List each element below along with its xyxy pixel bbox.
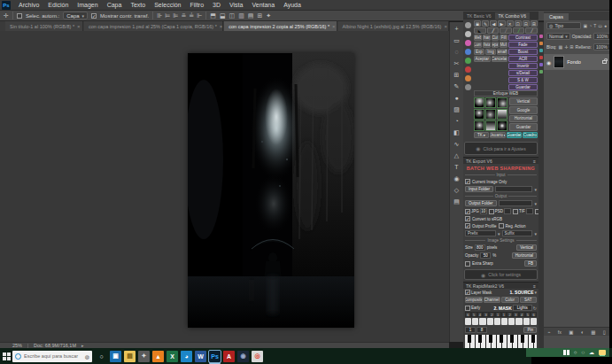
tk-module-icon[interactable] <box>465 49 471 55</box>
tk-module-icon[interactable] <box>465 84 471 90</box>
mask-strength-button[interactable]: 1 <box>495 312 501 317</box>
taskbar-app-icon[interactable]: ◉ <box>237 351 249 362</box>
option-icon[interactable]: ✦ <box>266 12 271 19</box>
windows-tray-icon[interactable] <box>563 350 569 356</box>
menu-item[interactable]: Imagen <box>73 0 102 11</box>
align-icon[interactable]: ≞ <box>181 12 186 19</box>
mask-thumbnail[interactable] <box>497 120 507 131</box>
tk-action-button[interactable]: Sharp <box>483 35 491 41</box>
tk-action-button[interactable]: Aceptar <box>474 56 491 62</box>
tk-adjust-button[interactable]: Invertir <box>508 63 538 69</box>
option-icon[interactable]: ⬓ <box>220 12 226 19</box>
tk-icon-button[interactable]: ▣ <box>474 20 481 27</box>
zone-value-2[interactable]: 8 <box>476 327 487 333</box>
close-icon[interactable]: × <box>77 24 81 29</box>
menu-item[interactable]: Texto <box>126 0 150 11</box>
chevron-down-icon[interactable]: ▾ <box>498 231 500 236</box>
layer-name[interactable]: Fondo <box>567 59 581 65</box>
zone-key[interactable] <box>494 318 500 325</box>
collapsed-panel-icon[interactable] <box>539 35 543 38</box>
tk-module-icon[interactable] <box>465 75 471 81</box>
tk-action-button[interactable]: Repair <box>492 42 500 48</box>
mask-thumbnail[interactable] <box>474 97 484 108</box>
option-icon[interactable]: ⊞ <box>257 12 262 19</box>
tk-side-button[interactable]: Horizontal <box>509 115 538 123</box>
mask-thumbnail[interactable] <box>485 109 496 120</box>
menu-item[interactable]: Selección <box>150 0 185 11</box>
brush-icon-button[interactable]: ╱ <box>525 27 538 34</box>
menu-item[interactable]: 3D <box>208 0 225 11</box>
luminosity-piano-keys[interactable] <box>465 335 537 349</box>
tk-adjust-button[interactable]: Guardar <box>508 84 538 90</box>
collapsed-panel-icon[interactable] <box>539 56 543 59</box>
input-folder-field[interactable] <box>495 186 532 192</box>
tk-action-button[interactable]: Fill <box>500 35 507 41</box>
filter-icon[interactable]: ▭ <box>598 23 602 28</box>
tk-footer-button[interactable]: Usuario ▸ <box>490 132 505 138</box>
source-button[interactable]: Color <box>501 297 519 303</box>
tk-icon-button[interactable]: ◀ <box>490 20 497 27</box>
mask-strength-button[interactable]: 2 <box>507 312 513 317</box>
chevron-down-icon[interactable]: ▾ <box>534 290 537 295</box>
brush-icon-button[interactable]: ╱ <box>513 27 525 34</box>
document-tab[interactable]: Albino Night 1 (exhibit).jpg al 12,5% (R… <box>338 21 449 31</box>
tk-action-button[interactable]: Lum <box>474 42 482 48</box>
layers-action-icon[interactable]: ◐ <box>581 329 584 335</box>
early-checkbox[interactable] <box>465 306 470 311</box>
current-image-checkbox[interactable] <box>465 179 470 184</box>
layers-action-icon[interactable]: ▯ <box>603 329 606 335</box>
output-folder-field[interactable] <box>499 200 533 206</box>
close-icon[interactable]: × <box>444 24 447 29</box>
format-checkbox[interactable] <box>513 209 518 214</box>
tool-button[interactable]: ◔ <box>452 116 462 126</box>
output-profile-checkbox[interactable] <box>465 223 470 228</box>
zone-key[interactable] <box>531 318 537 325</box>
export-panel-tab[interactable]: TK Export V6 ≡ <box>463 157 538 164</box>
align-icon[interactable]: ⊪ <box>157 12 162 19</box>
tk-module-icon[interactable] <box>465 31 471 37</box>
tk-side-button[interactable]: Google <box>509 106 538 114</box>
taskbar-app-icon[interactable]: Ps <box>209 351 221 362</box>
vertical-button[interactable]: Vertical <box>516 244 537 251</box>
tk-adjust-button[interactable]: s/Detail <box>508 70 538 76</box>
layers-action-icon[interactable]: ▣ <box>569 329 573 335</box>
panel-menu-icon[interactable]: ≡ <box>533 159 536 164</box>
format-value[interactable]: 10 <box>480 208 487 214</box>
tool-button[interactable]: ∿ <box>452 139 462 149</box>
prefix-dropdown[interactable]: Prefix <box>465 230 496 236</box>
close-icon[interactable]: × <box>220 24 223 29</box>
tk-icon-button[interactable]: ⊡ <box>515 20 522 27</box>
panel-tab[interactable]: TK Basic V6 <box>463 12 495 19</box>
source-button[interactable]: Channel <box>484 297 501 303</box>
menu-item[interactable]: Filtro <box>186 0 209 11</box>
brush-icon-button[interactable]: ╱ <box>500 27 512 34</box>
mask-thumbnail[interactable] <box>497 97 507 108</box>
taskbar-app-icon[interactable]: ◎ <box>252 351 263 362</box>
tk-module-icon[interactable] <box>465 40 471 46</box>
option-icon[interactable]: ◫ <box>229 12 236 19</box>
collapsed-panel-icon[interactable] <box>539 63 543 66</box>
document-image[interactable] <box>188 53 354 328</box>
collapsed-panel-icon[interactable] <box>539 70 543 74</box>
layer-thumbnail[interactable] <box>554 56 564 68</box>
layer-row-background[interactable]: ◉ Fondo <box>544 54 609 70</box>
format-checkbox[interactable] <box>465 209 470 214</box>
menu-item[interactable]: Edición <box>43 0 73 11</box>
zone-key[interactable] <box>465 318 471 325</box>
mask-strength-button[interactable]: 5 <box>525 312 531 317</box>
suffix-dropdown[interactable]: Suffix <box>502 230 533 236</box>
zone-key[interactable] <box>523 318 530 325</box>
format-value[interactable] <box>504 208 511 214</box>
show-transform-checkbox[interactable] <box>91 13 97 19</box>
panel-tab[interactable]: TK Combo V6 <box>495 12 530 19</box>
tool-button[interactable]: ◉ <box>452 174 462 183</box>
taskbar-app-icon[interactable]: A <box>223 351 235 362</box>
auto-select-dropdown[interactable]: Capa ▾ <box>63 12 88 19</box>
tk-icon-button[interactable]: ⊟ <box>523 20 530 27</box>
search-input[interactable]: Escribe aquí para buscar <box>24 353 82 359</box>
taskbar-app-icon[interactable]: ◕ <box>181 351 192 362</box>
onedrive-cloud-icon[interactable]: ☁ <box>589 350 594 355</box>
horizontal-button[interactable]: Horizontal <box>512 252 537 259</box>
tk-module-icon[interactable] <box>465 58 471 64</box>
close-icon[interactable]: × <box>332 24 336 29</box>
